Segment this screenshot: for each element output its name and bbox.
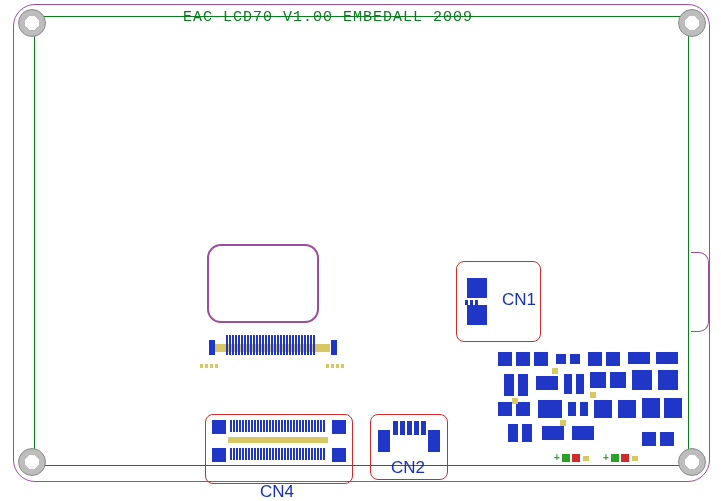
cn4-pins-top: [230, 420, 325, 432]
fpc1-pad-l: [209, 340, 215, 355]
cn4-label: CN4: [260, 482, 294, 501]
mounting-hole-bl: [18, 448, 46, 476]
cn4-pins-bot: [230, 448, 325, 460]
cap1-y: [583, 456, 589, 461]
cap1-pos: [572, 454, 580, 462]
cn4-pad-bl: [212, 448, 226, 462]
smd-br1: [642, 432, 656, 446]
cn1-label: CN1: [502, 290, 536, 310]
cn4-pad-tl: [212, 420, 226, 434]
fpc1-pad-r: [331, 340, 337, 355]
cn1-pad-bot: [467, 305, 487, 325]
mounting-hole-tl: [18, 9, 46, 37]
smd-y2: [512, 398, 518, 404]
board-title: EAC-LCD70-V1.00 EMBEDALL 2009: [183, 9, 473, 26]
lcd-controller-outline: [207, 244, 319, 323]
pcb-canvas: EAC-LCD70-V1.00 EMBEDALL 2009 CN1 CN2 CN…: [0, 0, 721, 501]
smd-y3: [590, 392, 596, 398]
polarity-plus-1: +: [554, 452, 560, 463]
smd-row-yellow-right: [326, 364, 344, 368]
polarity-plus-2: +: [603, 452, 609, 463]
cn4-pad-tr: [332, 420, 346, 434]
cn2-pins: [393, 421, 426, 435]
cn1-side-pins: [465, 300, 478, 305]
smd-br2: [660, 432, 674, 446]
cn4-pad-br: [332, 448, 346, 462]
smd-y4: [560, 420, 566, 426]
smd-y1: [552, 368, 558, 374]
mounting-hole-tr: [678, 9, 706, 37]
cn4-body-strip: [228, 437, 328, 443]
mounting-hole-br: [678, 448, 706, 476]
cap1-neg: [562, 454, 570, 462]
cap2-neg: [611, 454, 619, 462]
smd-row-yellow-left: [200, 364, 218, 368]
cn2-pad-r: [428, 430, 440, 452]
cn1-pad-top: [467, 278, 487, 298]
cn2-label: CN2: [391, 458, 425, 478]
cap2-y: [632, 456, 638, 461]
edge-connector-notch: [691, 252, 709, 332]
cn2-pad-l: [378, 430, 390, 452]
fpc-pins-1: [226, 335, 315, 355]
cap2-pos: [621, 454, 629, 462]
